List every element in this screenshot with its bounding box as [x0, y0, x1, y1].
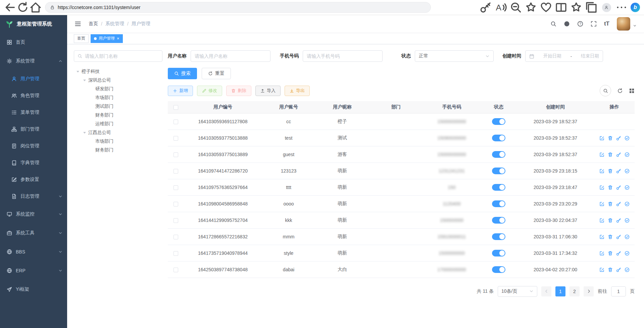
font-size-icon[interactable]: tT	[604, 20, 609, 27]
goto-page-input[interactable]	[611, 286, 626, 296]
sidebar-subitem[interactable]: 部门管理	[0, 121, 67, 138]
assign-role-icon[interactable]	[625, 267, 630, 272]
reset-password-icon[interactable]	[616, 185, 621, 190]
page-size-select[interactable]: 10条/页	[498, 286, 537, 297]
select-all-checkbox[interactable]	[174, 105, 178, 110]
status-toggle[interactable]	[492, 118, 505, 125]
status-toggle[interactable]	[492, 168, 505, 174]
delete-icon[interactable]	[608, 234, 613, 239]
search-icon[interactable]	[550, 21, 556, 27]
edit-icon[interactable]	[599, 251, 604, 256]
status-toggle[interactable]	[492, 217, 505, 224]
next-page-button[interactable]	[584, 286, 594, 296]
sidebar-subitem[interactable]: 字典管理	[0, 154, 67, 171]
help-icon[interactable]: ?	[577, 21, 583, 27]
tree-node[interactable]: 财务部门	[74, 111, 162, 120]
status-select[interactable]: 正常	[415, 50, 494, 62]
close-icon[interactable]: ×	[117, 36, 119, 41]
assign-role-icon[interactable]	[625, 136, 630, 141]
phone-input[interactable]	[303, 50, 383, 62]
row-checkbox[interactable]	[174, 251, 178, 256]
assign-role-icon[interactable]	[625, 169, 630, 174]
delete-icon[interactable]	[608, 201, 613, 206]
assign-role-icon[interactable]	[625, 218, 630, 223]
delete-icon[interactable]	[608, 218, 613, 223]
status-toggle[interactable]	[492, 233, 505, 240]
page-number-button[interactable]: 2	[569, 286, 580, 296]
reset-password-icon[interactable]	[616, 201, 621, 206]
sidebar-item[interactable]: 首页	[0, 33, 67, 52]
reset-password-icon[interactable]	[616, 152, 621, 157]
tree-node[interactable]: 深圳总公司	[74, 76, 162, 85]
reset-password-icon[interactable]	[616, 234, 621, 239]
edit-icon[interactable]	[599, 267, 604, 272]
edit-icon[interactable]	[599, 169, 604, 174]
sidebar-subitem[interactable]: 岗位管理	[0, 138, 67, 154]
sidebar-subitem[interactable]: 角色管理	[0, 87, 67, 104]
edit-icon[interactable]	[599, 185, 604, 190]
zoom-out-icon[interactable]	[510, 2, 522, 13]
assign-role-icon[interactable]	[625, 251, 630, 256]
tree-node[interactable]: 橙子科技	[74, 67, 162, 76]
tree-expand-icon[interactable]	[77, 71, 79, 73]
tree-node[interactable]: 市场部门	[74, 93, 162, 102]
tree-node[interactable]: 财务部门	[74, 146, 162, 154]
row-checkbox[interactable]	[174, 136, 178, 141]
username-input[interactable]	[191, 50, 270, 62]
reset-password-icon[interactable]	[616, 218, 621, 223]
status-toggle[interactable]	[492, 266, 505, 273]
row-checkbox[interactable]	[174, 120, 178, 124]
split-screen-icon[interactable]	[555, 2, 567, 13]
toggle-search-button[interactable]	[600, 85, 611, 96]
sidebar-item[interactable]: Yi框架	[0, 280, 67, 299]
status-toggle[interactable]	[492, 135, 505, 141]
hamburger-icon[interactable]	[75, 20, 81, 27]
edit-icon[interactable]	[599, 201, 604, 206]
more-icon[interactable]	[615, 2, 628, 13]
fullscreen-icon[interactable]	[591, 21, 597, 27]
address-bar[interactable]: https://ccnetcore.com:1101/system/user	[45, 2, 431, 13]
column-settings-icon[interactable]	[629, 88, 635, 94]
assign-role-icon[interactable]	[625, 152, 630, 157]
delete-icon[interactable]	[608, 185, 613, 190]
reset-button[interactable]: 重置	[202, 68, 231, 79]
row-checkbox[interactable]	[174, 185, 178, 190]
caret-down-icon[interactable]	[633, 24, 637, 28]
row-checkbox[interactable]	[174, 235, 178, 239]
home-icon[interactable]	[30, 2, 42, 13]
github-icon[interactable]	[564, 21, 570, 27]
tree-expand-icon[interactable]	[83, 132, 86, 134]
avatar[interactable]	[617, 17, 630, 31]
edit-icon[interactable]	[599, 234, 604, 239]
refresh-icon[interactable]	[17, 2, 29, 13]
sidebar-item[interactable]: 系统工具	[0, 224, 67, 242]
sidebar-item[interactable]: BBS	[0, 242, 67, 261]
tree-expand-icon[interactable]	[83, 80, 86, 81]
breadcrumb-item[interactable]: 系统管理	[105, 21, 124, 27]
edit-icon[interactable]	[599, 218, 604, 223]
reset-password-icon[interactable]	[616, 267, 621, 272]
delete-icon[interactable]	[608, 152, 613, 157]
reset-password-icon[interactable]	[616, 136, 621, 141]
tab-user-management[interactable]: 用户管理 ×	[91, 34, 123, 43]
status-toggle[interactable]	[492, 184, 505, 191]
tree-node[interactable]: 江西总公司	[74, 128, 162, 137]
assign-role-icon[interactable]	[625, 234, 630, 239]
tree-node[interactable]: 研发部门	[74, 85, 162, 93]
status-toggle[interactable]	[492, 250, 505, 256]
back-icon[interactable]	[4, 2, 16, 13]
edit-icon[interactable]	[599, 152, 604, 157]
date-range-picker[interactable]: 开始日期 - 结束日期	[525, 50, 603, 62]
sidebar-subitem[interactable]: 用户管理	[0, 71, 67, 87]
delete-icon[interactable]	[608, 169, 613, 174]
add-button[interactable]: 新增	[168, 86, 193, 96]
edit-icon[interactable]	[599, 136, 604, 141]
department-search-input[interactable]	[85, 53, 159, 59]
search-button[interactable]: 搜索	[168, 68, 197, 79]
sidebar-subitem[interactable]: 参数设置	[0, 171, 67, 188]
copilot-icon[interactable]: b	[631, 3, 640, 12]
delete-icon[interactable]	[608, 267, 613, 272]
favorite-add-icon[interactable]	[525, 2, 537, 13]
breadcrumb-item[interactable]: 首页	[89, 21, 98, 27]
delete-icon[interactable]	[608, 251, 613, 256]
